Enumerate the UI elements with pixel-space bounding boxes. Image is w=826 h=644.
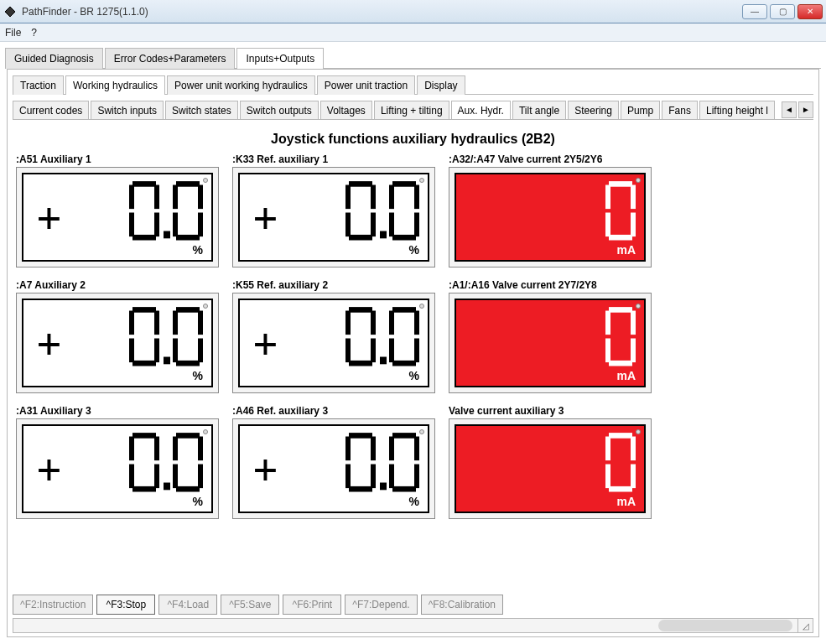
subtab2-lifting-height-l[interactable]: Lifting height l — [699, 101, 775, 119]
sign-indicator: + — [253, 197, 278, 237]
subtab1-display[interactable]: Display — [417, 75, 465, 95]
subtab2-voltages[interactable]: Voltages — [320, 101, 372, 119]
instrument-box: +% — [16, 418, 219, 519]
tab-scroll-right[interactable]: ► — [798, 101, 813, 118]
subtab2-switch-outputs[interactable]: Switch outputs — [240, 101, 319, 119]
minimize-button[interactable]: — — [742, 4, 767, 19]
unit-label: % — [193, 243, 203, 257]
instrument-box: mA — [449, 293, 652, 393]
value-readout — [604, 307, 637, 379]
instrument-box: mA — [449, 418, 652, 519]
fkey--f4-load: ^F4:Load — [158, 595, 217, 615]
instrument-grid: :A51 Auxiliary 1+%:K33 Ref. auxiliary 1+… — [13, 153, 813, 519]
lcd-display: +% — [238, 424, 429, 513]
instrument-label: :A7 Auxiliary 2 — [16, 279, 219, 291]
close-button[interactable]: ✕ — [797, 4, 823, 19]
subtab1-power-unit-traction[interactable]: Power unit traction — [317, 75, 415, 95]
instrument-label: :A51 Auxiliary 1 — [16, 153, 219, 165]
value-readout — [127, 307, 205, 379]
menu-help[interactable]: ? — [31, 27, 37, 39]
sign-indicator: + — [37, 323, 61, 363]
lcd-display: mA — [455, 299, 646, 387]
fkey--f7-depend-: ^F7:Depend. — [345, 595, 417, 615]
instrument-box: +% — [232, 293, 435, 393]
sub-tabs-level2: Current codesSwitch inputsSwitch statesS… — [13, 100, 780, 119]
value-readout — [344, 307, 421, 379]
fkey--f2-instruction: ^F2:Instruction — [13, 595, 93, 615]
unit-label: % — [193, 369, 203, 382]
subtab2-current-codes[interactable]: Current codes — [13, 101, 89, 119]
instrument-1-2: :A1/:A16 Valve current 2Y7/2Y8mA — [449, 279, 652, 393]
subtab2-switch-states[interactable]: Switch states — [165, 101, 238, 119]
function-key-bar: ^F2:Instruction^F3:Stop^F4:Load^F5:Save^… — [13, 595, 813, 615]
subtab2-switch-inputs[interactable]: Switch inputs — [91, 101, 164, 119]
subtab1-power-unit-working-hydraulics[interactable]: Power unit working hydraulics — [167, 75, 315, 95]
top-tab-error-codes-parameters[interactable]: Error Codes+Parameters — [105, 48, 236, 69]
subtab1-working-hydraulics[interactable]: Working hydraulics — [65, 75, 165, 95]
fkey--f8-calibration: ^F8:Calibration — [421, 595, 503, 615]
section-title: Joystick functions auxiliary hydraulics … — [13, 132, 813, 147]
unit-label: % — [409, 243, 419, 257]
lcd-display: +% — [22, 424, 213, 513]
instrument-label: :K33 Ref. auxiliary 1 — [232, 153, 435, 165]
subtab2-tilt-angle[interactable]: Tilt angle — [512, 101, 566, 119]
subtab2-fans[interactable]: Fans — [662, 101, 698, 119]
instrument-1-0: :A7 Auxiliary 2+% — [16, 279, 219, 393]
subtab2-pump[interactable]: Pump — [621, 101, 660, 119]
app-icon — [3, 5, 17, 18]
main-panel: TractionWorking hydraulicsPower unit wor… — [7, 69, 819, 637]
subtab2-steering[interactable]: Steering — [568, 101, 619, 119]
sub-tabs-level2-wrap: Current codesSwitch inputsSwitch statesS… — [13, 100, 813, 120]
instrument-1-1: :K55 Ref. auxiliary 2+% — [232, 279, 435, 393]
top-tab-guided-diagnosis[interactable]: Guided Diagnosis — [5, 48, 103, 69]
lcd-display: +% — [238, 173, 429, 262]
instrument-label: Valve current auxiliary 3 — [449, 405, 652, 417]
instrument-2-2: Valve current auxiliary 3mA — [449, 405, 652, 519]
top-tabs: Guided DiagnosisError Codes+ParametersIn… — [5, 47, 821, 69]
lcd-display: mA — [455, 173, 646, 262]
instrument-0-1: :K33 Ref. auxiliary 1+% — [232, 153, 435, 267]
maximize-button[interactable]: ▢ — [770, 4, 795, 19]
instrument-label: :A31 Auxiliary 3 — [16, 405, 219, 417]
value-readout — [344, 433, 421, 505]
instrument-label: :A1/:A16 Valve current 2Y7/2Y8 — [449, 279, 652, 291]
top-tab-inputs-outputs[interactable]: Inputs+Outputs — [236, 48, 324, 69]
sign-indicator: + — [253, 323, 278, 363]
sign-indicator: + — [37, 197, 61, 237]
unit-label: % — [409, 369, 419, 382]
instrument-0-2: :A32/:A47 Valve current 2Y5/2Y6mA — [449, 153, 652, 267]
instrument-label: :A32/:A47 Valve current 2Y5/2Y6 — [449, 153, 652, 165]
instrument-label: :A46 Ref. auxiliary 3 — [232, 405, 435, 417]
sub-tabs-level1: TractionWorking hydraulicsPower unit wor… — [13, 75, 813, 95]
fkey--f3-stop[interactable]: ^F3:Stop — [96, 595, 155, 615]
subtab2-lifting-tilting[interactable]: Lifting + tilting — [374, 101, 449, 119]
unit-label: % — [193, 495, 203, 508]
instrument-box: mA — [449, 167, 652, 267]
instrument-label: :K55 Ref. auxiliary 2 — [232, 279, 435, 291]
fkey--f6-print: ^F6:Print — [283, 595, 341, 615]
value-readout — [604, 181, 637, 253]
subtab2-aux-hydr-[interactable]: Aux. Hydr. — [451, 101, 511, 119]
status-indicator — [658, 620, 792, 631]
instrument-box: +% — [16, 167, 219, 267]
resize-grip[interactable]: ◿ — [797, 619, 813, 632]
menubar: File ? — [0, 23, 826, 42]
lcd-display: +% — [238, 299, 429, 387]
instrument-0-0: :A51 Auxiliary 1+% — [16, 153, 219, 267]
lcd-display: +% — [22, 299, 213, 387]
value-readout — [127, 181, 205, 253]
menu-file[interactable]: File — [5, 27, 21, 39]
instrument-box: +% — [232, 418, 435, 519]
window-title: PathFinder - BR 1275(1.1.0) — [22, 6, 742, 18]
tab-scroll-left[interactable]: ◄ — [782, 101, 797, 118]
titlebar: PathFinder - BR 1275(1.1.0) — ▢ ✕ — [0, 0, 826, 23]
unit-label: mA — [616, 369, 636, 382]
lcd-display: +% — [22, 173, 213, 262]
value-readout — [344, 181, 421, 253]
status-bar: ◿ — [13, 618, 813, 633]
instrument-2-0: :A31 Auxiliary 3+% — [16, 405, 219, 519]
instrument-box: +% — [16, 293, 219, 393]
unit-label: mA — [616, 495, 636, 508]
subtab1-traction[interactable]: Traction — [13, 75, 64, 95]
fkey--f5-save: ^F5:Save — [221, 595, 279, 615]
